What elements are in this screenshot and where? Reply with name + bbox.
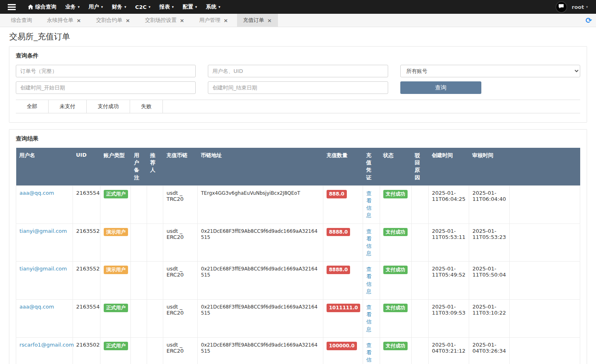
cell-status: 支付成功 xyxy=(380,185,412,224)
view-voucher-link[interactable]: 查看信息 xyxy=(366,266,372,295)
cell-created-at: 2025-01-11T05:53:11 xyxy=(429,224,469,262)
nav-item-label: 配置 xyxy=(183,3,193,11)
status-filter-1[interactable]: 未支付 xyxy=(49,100,87,113)
user-menu[interactable]: root ▾ xyxy=(572,4,588,10)
cell-chain: usdt _ ERC20 xyxy=(163,300,198,338)
cell-user-note xyxy=(131,224,147,262)
nav-item-label: 用户 xyxy=(89,3,99,11)
column-header-9: 状态 xyxy=(380,148,412,185)
column-header-12: 审核时间 xyxy=(469,148,510,185)
messages-button[interactable] xyxy=(555,1,567,13)
status-badge: 支付成功 xyxy=(383,304,408,312)
tab-4[interactable]: 用户管理× xyxy=(193,14,234,27)
cell-user-note xyxy=(131,300,147,338)
cell-reject-reason xyxy=(412,185,429,224)
nav-item-3[interactable]: 财务▾ xyxy=(107,0,131,14)
nav-item-1[interactable]: 业务▾ xyxy=(61,0,84,14)
nav-item-label: 业务 xyxy=(65,3,76,11)
username-link[interactable]: aaa@qq.com xyxy=(19,304,54,310)
cell-chain: usdt _ ERC20 xyxy=(163,262,198,300)
nav-item-label: 系统 xyxy=(206,3,216,11)
cell-user-note xyxy=(131,337,147,364)
cell-extra xyxy=(510,337,580,364)
chevron-down-icon: ▾ xyxy=(101,5,103,9)
chevron-down-icon: ▾ xyxy=(172,5,174,9)
cell-voucher: 查看信息 xyxy=(363,185,380,224)
view-voucher-link[interactable]: 查看信息 xyxy=(366,342,372,364)
view-voucher-link[interactable]: 查看信息 xyxy=(366,190,372,219)
cell-audited-at: 2025-01-11T03:10:22 xyxy=(469,300,510,338)
cell-uid: 2163554 xyxy=(73,185,100,224)
username-link[interactable]: rscarfo1@gmail.com xyxy=(19,342,74,348)
tab-5[interactable]: 充值订单× xyxy=(237,14,278,27)
cell-reject-reason xyxy=(412,337,429,364)
account-type-badge: 演示用户 xyxy=(104,266,128,274)
cell-voucher: 查看信息 xyxy=(363,262,380,300)
open-tabs-bar: 综合查询永续持仓单×交割合约单×交割场控设置×用户管理×充值订单× ⟳ xyxy=(0,14,596,27)
nav-item-6[interactable]: 配置▾ xyxy=(178,0,202,14)
account-type-select[interactable]: 所有账号 xyxy=(400,65,580,77)
cell-reject-reason xyxy=(412,224,429,262)
cell-audited-at: 2025-01-11T06:04:40 xyxy=(469,185,510,224)
view-voucher-link[interactable]: 查看信息 xyxy=(366,304,372,333)
cell-uid: 2163502 xyxy=(73,337,100,364)
tab-label: 用户管理 xyxy=(199,17,220,24)
order-number-input[interactable] xyxy=(16,65,196,77)
cell-extra xyxy=(510,300,580,338)
top-navbar: 综合查询业务▾用户▾财务▾C2C▾报表▾配置▾系统▾ root ▾ xyxy=(0,0,596,14)
refresh-icon[interactable]: ⟳ xyxy=(585,17,592,24)
status-filter-0[interactable]: 全部 xyxy=(16,100,49,113)
close-icon[interactable]: × xyxy=(77,18,81,23)
table-row-1: tianyi@gmail.com2163552演示用户usdt _ ERC200… xyxy=(16,224,580,262)
username-link[interactable]: tianyi@gmail.com xyxy=(19,266,67,272)
cell-created-at: 2025-01-11T06:04:25 xyxy=(429,185,469,224)
page-title: 交易所_充值订单 xyxy=(9,31,596,42)
status-filter-2[interactable]: 支付成功 xyxy=(87,100,130,113)
status-filter-3[interactable]: 失败 xyxy=(130,100,163,113)
cell-voucher: 查看信息 xyxy=(363,224,380,262)
cell-address: TErgx4GG3v6ghaEuVuNbsjyiBcx2J8QEoT xyxy=(198,185,323,224)
end-date-input[interactable] xyxy=(208,81,388,94)
cell-status: 支付成功 xyxy=(380,300,412,338)
chevron-down-icon: ▾ xyxy=(124,5,126,9)
nav-item-4[interactable]: C2C▾ xyxy=(131,0,155,14)
chevron-down-icon: ▾ xyxy=(586,5,588,9)
nav-item-7[interactable]: 系统▾ xyxy=(201,0,225,14)
close-icon[interactable]: × xyxy=(126,18,130,23)
cell-status: 支付成功 xyxy=(380,337,412,364)
column-header-4: 推荐人 xyxy=(147,148,163,185)
nav-item-label: 综合查询 xyxy=(35,3,56,11)
cell-extra xyxy=(510,185,580,224)
account-type-badge: 正式用户 xyxy=(104,190,128,198)
query-panel: 查询条件 所有账号 查询 全部未支付支付成功失败 xyxy=(9,46,587,123)
view-voucher-link[interactable]: 查看信息 xyxy=(366,228,372,258)
username-uid-input[interactable] xyxy=(208,65,388,77)
cell-referrer xyxy=(147,337,163,364)
tab-label: 充值订单 xyxy=(243,17,264,24)
close-icon[interactable]: × xyxy=(224,18,228,23)
close-icon[interactable]: × xyxy=(267,18,272,23)
nav-item-label: 财务 xyxy=(112,3,122,11)
menu-toggle-button[interactable] xyxy=(0,0,23,14)
table-row-4: rscarfo1@gmail.com2163502正式用户usdt _ ERC2… xyxy=(16,337,580,364)
tab-list: 综合查询永续持仓单×交割合约单×交割场控设置×用户管理×充值订单× xyxy=(5,14,281,27)
cell-amount: 100000.0 xyxy=(323,337,363,364)
nav-item-label: C2C xyxy=(135,4,147,10)
start-date-input[interactable] xyxy=(16,81,196,94)
search-button[interactable]: 查询 xyxy=(400,81,481,94)
close-icon[interactable]: × xyxy=(180,18,184,23)
nav-item-2[interactable]: 用户▾ xyxy=(84,0,108,14)
results-table: 用户名UID账户类型用户备注推荐人充值币链币链地址充值数量充值凭证状态驳回原因创… xyxy=(16,148,580,364)
tab-0[interactable]: 综合查询 xyxy=(5,14,38,27)
nav-item-5[interactable]: 报表▾ xyxy=(155,0,178,14)
username-link[interactable]: tianyi@gmail.com xyxy=(19,228,67,234)
tab-2[interactable]: 交割合约单× xyxy=(90,14,136,27)
username-link[interactable]: aaa@qq.com xyxy=(19,190,54,196)
nav-menu: 综合查询业务▾用户▾财务▾C2C▾报表▾配置▾系统▾ xyxy=(23,0,225,14)
tab-3[interactable]: 交割场控设置× xyxy=(139,14,190,27)
amount-badge: 1011111.0 xyxy=(327,304,360,312)
cell-amount: 888.0 xyxy=(323,185,363,224)
nav-item-0[interactable]: 综合查询 xyxy=(23,0,61,14)
tab-1[interactable]: 永续持仓单× xyxy=(41,14,87,27)
amount-badge: 8888.0 xyxy=(327,228,350,236)
